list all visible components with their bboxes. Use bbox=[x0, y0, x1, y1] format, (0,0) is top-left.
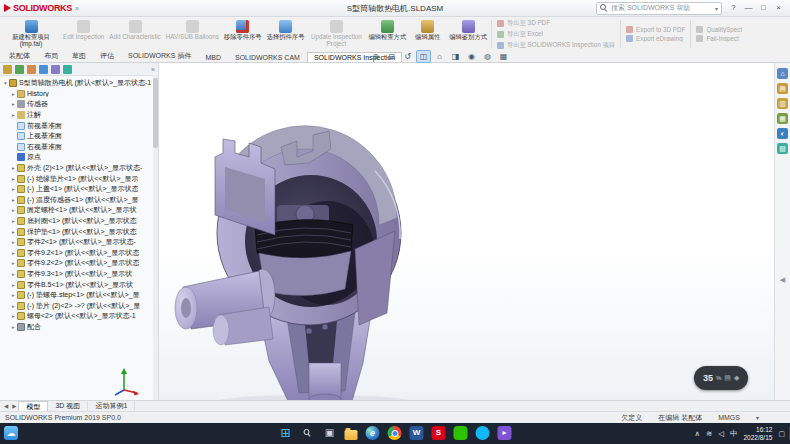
select-balloon-button[interactable]: 选择拆件序号 bbox=[265, 18, 307, 50]
widgets-icon[interactable]: ☁ bbox=[4, 426, 18, 440]
qq-app-icon[interactable] bbox=[476, 426, 490, 440]
balloons-button[interactable]: HAV/SUB Balloons bbox=[164, 18, 221, 50]
tree-item-component[interactable]: ▸ 底封圈<1> (默认<<默认>_显示状态 bbox=[10, 216, 152, 227]
apply-scene-icon[interactable]: ▦ bbox=[496, 50, 511, 63]
previous-view-icon[interactable]: ↺ bbox=[400, 50, 415, 63]
tree-item-component[interactable]: ▸ 零件B.5<1> (默认<<默认>_显示状 bbox=[10, 279, 152, 290]
task-view-icon[interactable]: ▣ bbox=[323, 426, 337, 440]
expand-arrow-icon[interactable]: ▸ bbox=[10, 282, 17, 288]
edit-inspection-button[interactable]: Edit Inspection bbox=[61, 18, 106, 50]
tree-item-origin[interactable]: 原点 bbox=[10, 152, 152, 163]
update-inspection-project-button[interactable]: Update Inspection Project bbox=[307, 18, 365, 50]
tree-item-component[interactable]: ▸ (-) 温度传感器<1> (默认<<默认>_显 bbox=[10, 195, 152, 206]
qualityspect-button[interactable]: QualitySpect bbox=[696, 26, 742, 33]
expand-arrow-icon[interactable]: ▸ bbox=[10, 207, 17, 213]
expand-arrow-icon[interactable]: ▸ bbox=[10, 250, 17, 256]
tree-item-right-plane[interactable]: 右视基准面 bbox=[10, 142, 152, 153]
expand-arrow-icon[interactable]: ▸ bbox=[10, 313, 17, 319]
tab-evaluate[interactable]: 评估 bbox=[93, 49, 121, 62]
expand-arrow-icon[interactable]: ▸ bbox=[10, 292, 17, 298]
displaymanager-tab-icon[interactable] bbox=[51, 65, 60, 74]
expand-arrow-icon[interactable]: ▾ bbox=[2, 80, 9, 86]
propertymanager-tab-icon[interactable] bbox=[15, 65, 24, 74]
zoom-area-icon[interactable]: ⊡ bbox=[384, 50, 399, 63]
zoom-fit-icon[interactable]: ⊕ bbox=[368, 50, 383, 63]
tree-item-component[interactable]: ▸ 零件9.2<1> (默认<<默认>_显示状态 bbox=[10, 248, 152, 259]
tree-item-history[interactable]: ▸ History bbox=[10, 89, 152, 100]
dimxpertmanager-tab-icon[interactable] bbox=[39, 65, 48, 74]
scrollbar-thumb[interactable] bbox=[153, 78, 158, 148]
cad-model-motor-cutaway[interactable] bbox=[159, 63, 774, 400]
tab-addins[interactable]: SOLIDWORKS 插件 bbox=[121, 49, 198, 62]
tree-item-component[interactable]: ▸ 固定螺栓<1> (默认<<默认>_显示状 bbox=[10, 205, 152, 216]
file-explorer-pane-icon[interactable]: ▥ bbox=[777, 98, 788, 109]
solidworks-app-icon[interactable]: S bbox=[432, 426, 446, 440]
expand-arrow-icon[interactable]: ▸ bbox=[10, 229, 17, 235]
model-geometry[interactable] bbox=[175, 126, 409, 400]
fail-inspect-button[interactable]: Fail-Inspect bbox=[696, 35, 742, 42]
custom-properties-icon[interactable]: ▧ bbox=[777, 143, 788, 154]
tree-item-component[interactable]: ▸ 保护垫<1> (默认<<默认>_显示状态 bbox=[10, 226, 152, 237]
export-edrawing-button[interactable]: Export eDrawing bbox=[626, 35, 685, 42]
featuremanager-tab-icon[interactable] bbox=[3, 65, 12, 74]
task-pane-collapse-icon[interactable]: ◀ bbox=[780, 276, 785, 284]
chrome-browser-icon[interactable] bbox=[388, 426, 402, 440]
tree-item-component[interactable]: ▸ 零件9.3<1> (默认<<默认>_显示状 bbox=[10, 269, 152, 280]
expand-arrow-icon[interactable]: ▸ bbox=[10, 101, 17, 107]
tree-item-front-plane[interactable]: 前视基准面 bbox=[10, 120, 152, 131]
resources-icon[interactable]: ⌂ bbox=[777, 68, 788, 79]
performance-overlay-badge[interactable]: 35 % ▤ ◆ bbox=[694, 366, 748, 390]
tree-item-component[interactable]: ▸ 零件9.2<2> (默认<<默认>_显示状态 bbox=[10, 258, 152, 269]
minimize-button[interactable]: — bbox=[741, 1, 756, 15]
tree-item-component[interactable]: ▸ 零件2<1> (默认<<默认>_显示状态- bbox=[10, 237, 152, 248]
expand-arrow-icon[interactable]: ▸ bbox=[10, 260, 17, 266]
remove-balloon-button[interactable]: 移除零件序号 bbox=[222, 18, 264, 50]
expand-arrow-icon[interactable]: ▸ bbox=[10, 324, 17, 330]
graphics-viewport[interactable] bbox=[159, 63, 774, 400]
expand-arrow-icon[interactable]: ▸ bbox=[10, 271, 17, 277]
network-icon[interactable]: ≋ bbox=[706, 429, 712, 438]
inspection-tab-icon[interactable] bbox=[63, 65, 72, 74]
overlay-icon-1[interactable]: ▤ bbox=[724, 374, 731, 382]
new-inspection-project-button[interactable]: 新建检查项目 (imp.fai) bbox=[2, 18, 60, 50]
edit-appearance-icon[interactable]: ◍ bbox=[480, 50, 495, 63]
menu-expand-icon[interactable]: » bbox=[75, 5, 79, 12]
tab-model[interactable]: 模型 bbox=[18, 401, 48, 411]
volume-icon[interactable]: ◁ bbox=[718, 429, 724, 438]
input-language-indicator[interactable]: 中 bbox=[730, 429, 738, 439]
export-excel-button[interactable]: 导出至 Excel bbox=[497, 30, 615, 39]
file-explorer-icon[interactable] bbox=[345, 430, 358, 440]
hidden-icons-chevron[interactable]: ∧ bbox=[694, 429, 700, 438]
tab-3d-views[interactable]: 3D 视图 bbox=[48, 401, 88, 411]
export-to-3dpdf-button[interactable]: Export to 3D PDF bbox=[626, 26, 685, 33]
view-orientation-icon[interactable]: ⌂ bbox=[432, 50, 447, 63]
tab-sketch[interactable]: 草图 bbox=[65, 49, 93, 62]
maximize-button[interactable]: □ bbox=[756, 1, 771, 15]
search-caret-icon[interactable]: ▾ bbox=[715, 5, 718, 12]
word-app-icon[interactable]: W bbox=[410, 426, 424, 440]
close-button[interactable]: × bbox=[771, 1, 786, 15]
add-characteristic-button[interactable]: Add Characteristic bbox=[107, 18, 162, 50]
tree-item-sensors[interactable]: ▸ 传感器 bbox=[10, 99, 152, 110]
clock[interactable]: 16:12 2022/8/15 bbox=[743, 426, 772, 441]
tree-item-component[interactable]: ▸ 外壳 (2)<1> (默认<<默认>_显示状态- bbox=[10, 163, 152, 174]
media-player-icon[interactable]: ▸ bbox=[498, 426, 512, 440]
wechat-app-icon[interactable] bbox=[454, 426, 468, 440]
tree-item-top-plane[interactable]: 上视基准面 bbox=[10, 131, 152, 142]
units-caret-icon[interactable]: ▾ bbox=[756, 414, 759, 421]
units-label[interactable]: MMGS bbox=[718, 414, 740, 421]
taskbar-search-icon[interactable] bbox=[301, 426, 315, 440]
expand-arrow-icon[interactable]: ▸ bbox=[10, 91, 17, 97]
expand-arrow-icon[interactable]: ▸ bbox=[10, 165, 17, 171]
tab-scroll-left-icon[interactable]: ◀ bbox=[2, 401, 10, 411]
tree-item-component[interactable]: ▸ (-) 绝缘垫片<1> (默认<<默认>_显示 bbox=[10, 173, 152, 184]
expand-arrow-icon[interactable]: ▸ bbox=[10, 239, 17, 245]
edit-identification-button[interactable]: 编辑鉴别方式 bbox=[447, 18, 489, 50]
panel-scrollbar[interactable] bbox=[153, 75, 158, 400]
design-library-icon[interactable]: ▤ bbox=[777, 83, 788, 94]
edit-properties-button[interactable]: 编辑属性 bbox=[409, 18, 446, 50]
export-inspection-project-button[interactable]: 导出至 SOLIDWORKS Inspection 项目 bbox=[497, 41, 615, 50]
section-view-icon[interactable]: ◫ bbox=[416, 50, 431, 63]
expand-arrow-icon[interactable]: ▸ bbox=[10, 303, 17, 309]
edit-inspection-method-button[interactable]: 编辑检查方式 bbox=[366, 18, 408, 50]
